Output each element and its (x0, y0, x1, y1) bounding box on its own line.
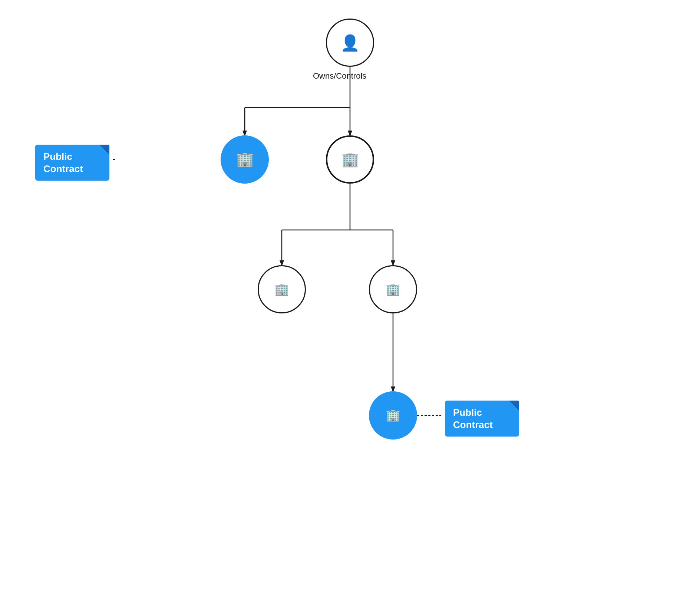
public-contract-right: PublicContract (445, 401, 519, 437)
company-left-blue-node: 🏢 (221, 135, 269, 184)
diagram-container: 👤 Owns/Controls 🏢 🏢 🏢 🏢 🏢 PublicContract… (0, 0, 700, 589)
company-mid-node: 🏢 (326, 135, 374, 184)
connector-lines (0, 0, 700, 589)
company-lower-left-node: 🏢 (258, 265, 306, 313)
person-icon: 👤 (340, 34, 360, 52)
person-node: 👤 (326, 19, 374, 67)
building-icon-lower-left: 🏢 (274, 283, 289, 295)
owns-controls-label: Owns/Controls (313, 71, 366, 81)
company-bottom-blue-node: 🏢 (369, 391, 417, 440)
company-lower-right-node: 🏢 (369, 265, 417, 313)
building-icon-mid: 🏢 (341, 152, 359, 167)
building-icon-lower-right: 🏢 (386, 283, 400, 295)
building-icon-bottom: 🏢 (386, 409, 400, 421)
building-icon-left-blue: 🏢 (236, 152, 254, 167)
public-contract-left: PublicContract (35, 145, 109, 181)
